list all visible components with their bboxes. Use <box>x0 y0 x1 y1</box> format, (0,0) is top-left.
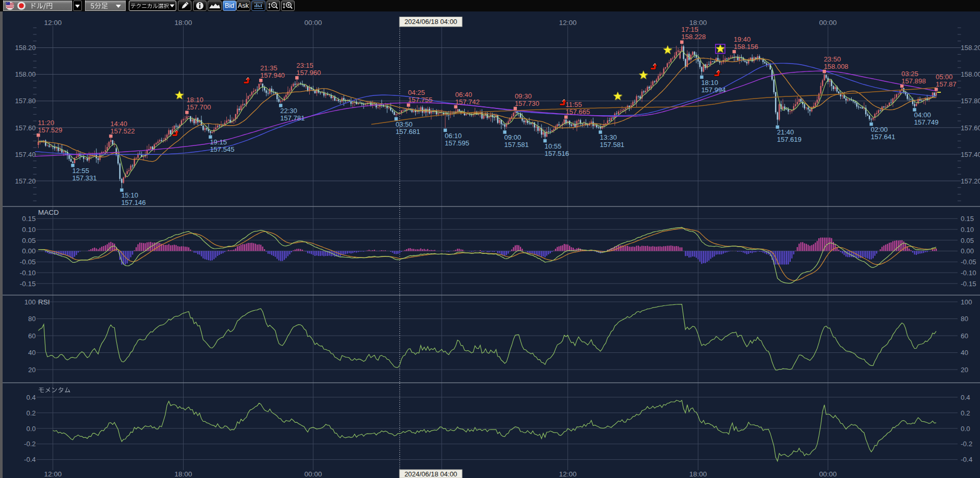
svg-text:00:00: 00:00 <box>305 19 322 27</box>
svg-text:157.755: 157.755 <box>408 96 432 104</box>
svg-text:40: 40 <box>28 349 35 357</box>
svg-text:21:35: 21:35 <box>260 64 277 72</box>
svg-text:80: 80 <box>28 315 35 323</box>
svg-text:157.20: 157.20 <box>15 177 36 185</box>
svg-text:-0.4: -0.4 <box>961 456 972 463</box>
svg-text:0.00: 0.00 <box>22 247 35 255</box>
svg-text:-0.15: -0.15 <box>20 280 36 288</box>
svg-text:03:25: 03:25 <box>901 70 918 78</box>
svg-text:0.4: 0.4 <box>961 394 970 401</box>
svg-text:157.898: 157.898 <box>901 77 926 85</box>
svg-text:-0.4: -0.4 <box>24 456 35 463</box>
svg-text:158.00: 158.00 <box>15 70 36 78</box>
svg-text:0.05: 0.05 <box>22 237 35 244</box>
svg-text:157.87: 157.87 <box>936 80 957 88</box>
svg-text:157.581: 157.581 <box>504 141 529 149</box>
svg-text:12:00: 12:00 <box>44 470 62 478</box>
svg-text:19:40: 19:40 <box>734 35 751 43</box>
svg-text:0.4: 0.4 <box>26 394 35 401</box>
svg-text:20: 20 <box>28 366 35 374</box>
svg-text:06:10: 06:10 <box>445 132 462 140</box>
svg-text:11:20: 11:20 <box>38 119 55 127</box>
svg-text:23:50: 23:50 <box>824 55 841 63</box>
svg-text:100: 100 <box>961 298 972 306</box>
svg-text:157.994: 157.994 <box>701 86 725 94</box>
svg-text:00:00: 00:00 <box>819 19 837 27</box>
svg-text:2024/06/18 04:00: 2024/06/18 04:00 <box>404 470 457 478</box>
svg-text:157.40: 157.40 <box>15 151 36 158</box>
svg-text:157.681: 157.681 <box>396 128 420 136</box>
svg-text:157.940: 157.940 <box>260 71 285 79</box>
svg-text:09:30: 09:30 <box>515 92 532 100</box>
svg-text:04:25: 04:25 <box>408 89 425 96</box>
svg-text:0.00: 0.00 <box>961 247 974 255</box>
svg-text:158.228: 158.228 <box>681 33 706 41</box>
svg-text:00:00: 00:00 <box>305 470 322 478</box>
svg-text:157.665: 157.665 <box>565 108 590 116</box>
svg-text:157.781: 157.781 <box>280 114 305 122</box>
svg-text:60: 60 <box>961 332 968 340</box>
svg-text:12:00: 12:00 <box>44 19 62 27</box>
svg-text:11:55: 11:55 <box>565 101 582 108</box>
svg-text:10:55: 10:55 <box>545 142 562 150</box>
svg-text:12:00: 12:00 <box>559 19 577 27</box>
svg-text:20: 20 <box>961 366 968 374</box>
svg-text:09:00: 09:00 <box>504 133 522 141</box>
svg-text:RSI: RSI <box>38 298 50 306</box>
svg-text:0.15: 0.15 <box>22 215 35 223</box>
svg-text:23:15: 23:15 <box>296 62 313 69</box>
svg-text:-0.10: -0.10 <box>20 269 36 277</box>
svg-text:17:15: 17:15 <box>681 26 698 33</box>
svg-text:157.960: 157.960 <box>296 69 321 77</box>
svg-text:18:00: 18:00 <box>689 19 707 27</box>
svg-text:157.742: 157.742 <box>455 98 480 106</box>
svg-text:2024/06/18 04:00: 2024/06/18 04:00 <box>404 18 457 26</box>
svg-text:0.2: 0.2 <box>961 409 970 417</box>
svg-text:0.0: 0.0 <box>26 425 35 433</box>
svg-text:100: 100 <box>25 298 36 306</box>
svg-text:-0.05: -0.05 <box>20 258 36 266</box>
svg-text:02:00: 02:00 <box>871 126 888 133</box>
svg-text:157.749: 157.749 <box>914 118 939 126</box>
svg-text:157.146: 157.146 <box>121 199 146 206</box>
svg-text:18:00: 18:00 <box>175 470 192 478</box>
svg-text:14:40: 14:40 <box>111 120 128 128</box>
svg-text:MACD: MACD <box>38 209 59 216</box>
svg-text:157.595: 157.595 <box>445 139 469 147</box>
svg-text:13:30: 13:30 <box>600 133 617 141</box>
svg-text:0.10: 0.10 <box>961 226 974 234</box>
svg-text:157.60: 157.60 <box>961 124 980 132</box>
svg-text:157.730: 157.730 <box>515 100 539 107</box>
svg-text:0.15: 0.15 <box>961 215 974 223</box>
svg-text:22:30: 22:30 <box>280 107 297 115</box>
svg-text:157.700: 157.700 <box>186 103 211 111</box>
svg-text:157.641: 157.641 <box>871 133 896 141</box>
svg-text:157.529: 157.529 <box>38 126 63 134</box>
svg-text:157.522: 157.522 <box>111 127 135 135</box>
svg-text:05:00: 05:00 <box>936 73 953 81</box>
svg-text:21:40: 21:40 <box>777 128 794 136</box>
svg-text:18:00: 18:00 <box>175 19 192 27</box>
svg-text:-0.05: -0.05 <box>961 258 976 266</box>
svg-text:18:10: 18:10 <box>186 96 203 104</box>
svg-text:158.008: 158.008 <box>824 63 849 70</box>
svg-text:80: 80 <box>961 315 968 323</box>
svg-text:00:00: 00:00 <box>819 470 837 478</box>
svg-text:157.20: 157.20 <box>961 177 980 185</box>
svg-text:15:10: 15:10 <box>121 191 138 199</box>
svg-text:12:55: 12:55 <box>72 167 90 175</box>
svg-text:157.545: 157.545 <box>210 145 234 153</box>
svg-text:157.619: 157.619 <box>777 136 802 143</box>
svg-text:03:50: 03:50 <box>396 120 413 128</box>
svg-text:157.80: 157.80 <box>961 97 980 105</box>
svg-text:18:00: 18:00 <box>689 470 707 478</box>
svg-text:157.331: 157.331 <box>72 174 97 182</box>
svg-text:-0.10: -0.10 <box>961 269 976 277</box>
svg-text:0.05: 0.05 <box>961 237 974 244</box>
svg-text:12:00: 12:00 <box>559 470 577 478</box>
svg-text:157.80: 157.80 <box>15 97 36 105</box>
svg-text:06:40: 06:40 <box>455 91 473 99</box>
svg-text:-0.15: -0.15 <box>961 280 976 288</box>
svg-text:-0.2: -0.2 <box>24 440 35 448</box>
svg-text:19:15: 19:15 <box>210 138 227 146</box>
